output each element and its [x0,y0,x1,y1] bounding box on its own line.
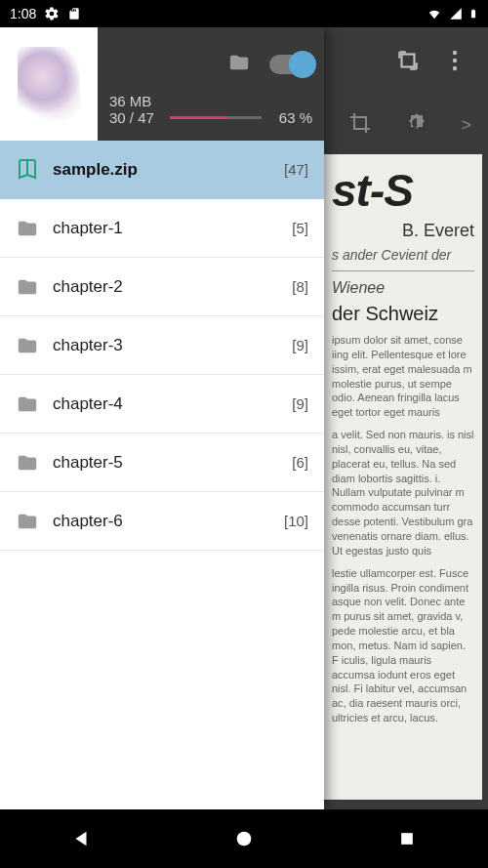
recents-button[interactable] [387,819,427,858]
folder-icon [16,217,39,240]
gear-icon [44,6,60,21]
svg-point-4 [237,832,252,847]
sd-card-icon [67,6,81,21]
list-item-count: [5] [292,220,308,236]
progress-bar[interactable] [170,116,262,119]
list-item-count: [6] [292,454,308,471]
svg-rect-0 [402,55,415,67]
list-item-label: sample.zip [53,160,270,180]
list-item-count: [9] [292,395,308,412]
svg-point-1 [453,51,457,55]
android-navbar [0,809,488,868]
list-item[interactable]: chapter-2[8] [0,258,324,316]
signal-icon [449,7,463,21]
book-icon [16,158,39,182]
folder-icon [16,275,39,299]
file-size-label: 36 MB [109,93,312,109]
document-preview[interactable]: st-S B. Everet s ander Cevient der Wiene… [324,154,482,800]
back-button[interactable] [61,819,101,858]
status-time: 1:08 [10,6,36,21]
home-button[interactable] [224,819,264,858]
chapter-list[interactable]: sample.zip[47]chapter-1[5]chapter-2[8]ch… [0,141,324,809]
list-item-label: chapter-2 [53,277,278,297]
list-item[interactable]: chapter-4[9] [0,375,324,434]
battery-icon [468,6,478,21]
reader-toolbar [332,27,488,94]
list-item-label: chapter-6 [53,512,270,531]
next-page-indicator[interactable]: > [462,115,472,136]
list-item-label: chapter-1 [53,219,278,238]
doc-section-label: Wienee [332,279,474,297]
brightness-icon[interactable] [405,111,428,139]
list-item-label: chapter-3 [53,336,278,355]
svg-point-2 [453,59,457,62]
book-thumbnail[interactable] [0,27,98,141]
list-item-label: chapter-5 [53,453,278,473]
list-item-count: [8] [292,278,308,295]
status-bar: 1:08 [0,0,488,27]
doc-paragraph: ipsum dolor sit amet, conse iing elit. P… [332,333,474,420]
doc-title-fragment: st-S [332,164,474,217]
list-item[interactable]: chapter-5[6] [0,434,324,492]
fullscreen-icon[interactable] [394,47,422,74]
list-item-selected[interactable]: sample.zip[47] [0,141,324,199]
list-item[interactable]: chapter-6[10] [0,492,324,551]
folder-icon[interactable] [226,52,252,77]
svg-point-3 [453,66,457,70]
drawer-header: 36 MB 30 / 47 63 % [0,27,324,141]
folder-icon [16,393,39,416]
doc-paragraph: a velit. Sed non mauris. is nisl nisl, c… [332,428,474,558]
page-fraction: 30 / 47 [109,109,162,126]
list-item[interactable]: chapter-3[9] [0,316,324,375]
progress-percent: 63 % [269,109,312,126]
crop-icon[interactable] [348,111,372,139]
doc-divider [332,270,474,271]
folder-icon [16,334,39,357]
list-item-count: [47] [284,161,308,178]
wifi-icon [426,7,443,21]
list-item-count: [9] [292,337,308,353]
list-item-count: [10] [284,513,308,529]
progress-fill [170,116,227,119]
list-item-label: chapter-4 [53,394,278,414]
folder-icon [16,510,39,533]
doc-section-title: der Schweiz [332,303,474,325]
svg-rect-5 [401,833,413,845]
list-item[interactable]: chapter-1[5] [0,199,324,258]
folder-icon [16,451,39,475]
more-vert-icon[interactable] [441,47,468,74]
doc-subtitle: s ander Cevient der [332,247,474,263]
doc-author: B. Everet [332,221,474,241]
doc-paragraph: lestie ullamcorper est. Fusce ingilla ri… [332,566,474,725]
navigation-drawer: 36 MB 30 / 47 63 % sample.zip[47]chapter… [0,27,324,809]
view-toggle[interactable] [269,55,312,74]
